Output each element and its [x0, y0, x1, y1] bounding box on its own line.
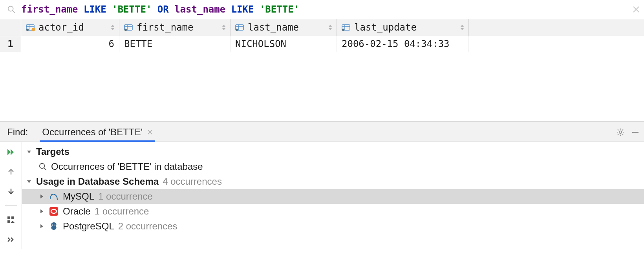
svg-point-0: [8, 6, 13, 11]
tree-db-node[interactable]: MySQL1 occurrence: [22, 189, 644, 204]
clear-filter-icon[interactable]: [632, 5, 640, 13]
svg-line-38: [622, 129, 623, 130]
column-header-actor-id[interactable]: actor_id: [21, 19, 119, 36]
rerun-button[interactable]: [5, 147, 16, 158]
find-tab[interactable]: Occurrences of 'BETTE': [40, 127, 155, 142]
column-icon: [235, 24, 245, 31]
column-header-last-name[interactable]: last_name: [231, 19, 337, 36]
column-header-first-name[interactable]: first_name: [119, 19, 231, 36]
gutter-separator: [5, 205, 17, 206]
svg-marker-27: [461, 25, 464, 27]
db-icon: [49, 191, 59, 202]
sort-icon[interactable]: [328, 24, 333, 31]
svg-marker-49: [27, 151, 31, 153]
find-body: Targets Occurrences of 'BETTE' in databa…: [0, 142, 644, 249]
find-header: Find: Occurrences of 'BETTE': [0, 122, 644, 142]
settings-button[interactable]: [614, 126, 627, 138]
svg-marker-53: [40, 194, 43, 198]
chevron-right-icon: [38, 208, 45, 214]
tree-db-node[interactable]: Oracle1 occurrence: [22, 204, 644, 219]
search-icon: [38, 162, 47, 171]
cell-first-name[interactable]: BETTE: [119, 36, 231, 52]
svg-line-36: [618, 129, 618, 130]
svg-marker-21: [329, 25, 332, 27]
svg-point-14: [124, 29, 127, 31]
column-label: first_name: [137, 22, 194, 33]
column-label: last_name: [248, 22, 299, 33]
column-label: actor_id: [38, 22, 84, 33]
table-row[interactable]: 1 6 BETTE NICHOLSON 2006-02-15 04:34:33: [0, 36, 644, 52]
svg-marker-22: [329, 28, 332, 30]
svg-marker-48: [11, 221, 15, 223]
svg-rect-46: [11, 216, 14, 219]
svg-rect-45: [7, 216, 10, 219]
chevron-down-icon: [26, 178, 32, 185]
arrow-up-icon: [7, 168, 15, 176]
key-column-icon: [26, 24, 35, 31]
column-icon: [342, 24, 351, 31]
result-grid: actor_id first_name: [0, 19, 644, 122]
db-icon: [49, 221, 59, 231]
search-icon: [7, 5, 16, 14]
sort-icon[interactable]: [110, 24, 115, 31]
sort-icon[interactable]: [221, 24, 226, 31]
svg-marker-42: [11, 149, 14, 155]
tree-targets-line[interactable]: Occurrences of 'BETTE' in database: [22, 159, 644, 174]
sort-icon[interactable]: [460, 24, 465, 31]
svg-point-59: [52, 225, 53, 226]
svg-point-8: [26, 29, 29, 31]
svg-marker-9: [111, 25, 114, 27]
column-label: last_update: [354, 22, 417, 33]
svg-marker-41: [7, 149, 11, 155]
svg-marker-52: [27, 180, 31, 183]
svg-line-51: [44, 168, 46, 170]
svg-marker-10: [111, 28, 114, 30]
db-count: 1 occurrence: [95, 206, 149, 217]
column-header-last-update[interactable]: last_update: [337, 19, 469, 36]
usage-count-text: 4 occurrences: [163, 176, 222, 187]
svg-point-7: [32, 28, 35, 31]
column-icon: [124, 24, 134, 31]
tree-db-node[interactable]: PostgreSQL2 occurrences: [22, 219, 644, 234]
cell-actor-id[interactable]: 6: [21, 36, 119, 52]
svg-point-26: [342, 29, 344, 31]
db-name: Oracle: [63, 206, 91, 217]
chevron-right-icon: [38, 193, 45, 200]
svg-line-1: [13, 11, 15, 13]
play-icon: [6, 147, 16, 157]
targets-line-text: Occurrences of 'BETTE' in database: [51, 161, 203, 172]
svg-rect-40: [632, 132, 639, 133]
targets-heading-text: Targets: [36, 146, 70, 157]
db-count: 2 occurrences: [118, 221, 177, 232]
tree-targets-heading[interactable]: Targets: [22, 144, 644, 159]
svg-point-20: [236, 29, 238, 31]
find-label: Find:: [7, 127, 28, 142]
next-occurrence-button[interactable]: [5, 186, 16, 197]
row-number: 1: [0, 36, 21, 52]
cell-last-name[interactable]: NICHOLSON: [231, 36, 337, 52]
close-tab-icon[interactable]: [147, 129, 153, 135]
tree-usage-heading[interactable]: Usage in Database Schema 4 occurrences: [22, 174, 644, 189]
usage-heading-text: Usage in Database Schema: [36, 176, 159, 187]
minimize-icon: [631, 128, 640, 136]
svg-marker-16: [222, 28, 225, 30]
chevron-right-double-icon: [7, 237, 15, 242]
prev-occurrence-button[interactable]: [5, 166, 16, 177]
db-name: PostgreSQL: [63, 221, 114, 232]
gear-icon: [616, 128, 625, 136]
svg-point-60: [55, 225, 56, 226]
svg-marker-28: [461, 28, 464, 30]
cell-last-update[interactable]: 2006-02-15 04:34:33: [337, 36, 469, 52]
svg-line-37: [622, 134, 623, 135]
hide-button[interactable]: [629, 126, 642, 138]
filter-bar: first_name LIKE 'BETTE' OR last_name LIK…: [0, 0, 644, 19]
find-gutter: [0, 142, 22, 249]
filter-expression[interactable]: first_name LIKE 'BETTE' OR last_name LIK…: [21, 4, 632, 15]
svg-marker-58: [40, 224, 43, 228]
expand-button[interactable]: [5, 234, 16, 245]
arrow-down-icon: [7, 187, 15, 195]
svg-point-31: [619, 131, 622, 133]
svg-marker-15: [222, 25, 225, 27]
group-by-button[interactable]: [5, 214, 16, 225]
svg-rect-47: [7, 220, 10, 223]
